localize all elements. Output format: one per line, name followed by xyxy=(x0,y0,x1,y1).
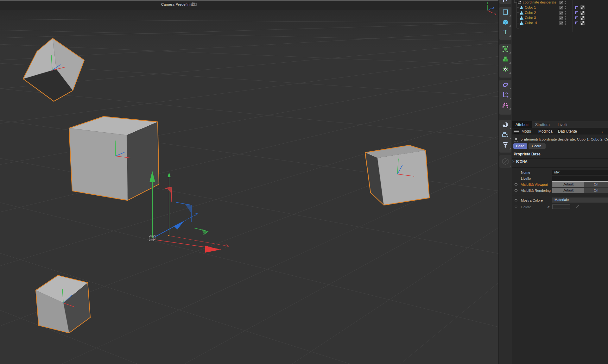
menu-icon[interactable] xyxy=(514,130,519,133)
symmetry-icon[interactable] xyxy=(499,100,511,110)
array-generator-icon[interactable] xyxy=(499,54,511,64)
vis-rendering-label: Visibilità Rendering xyxy=(521,189,551,192)
deformer-torus-icon[interactable] xyxy=(499,80,511,90)
tab-livelli[interactable]: Livelli xyxy=(554,121,571,128)
on-button[interactable]: On xyxy=(584,182,608,187)
display-tag[interactable] xyxy=(580,11,585,15)
visibility-dots[interactable] xyxy=(565,6,566,9)
display-tag[interactable] xyxy=(580,21,585,25)
attribute-menu-bar: Modo Modifica Dati Utente ← xyxy=(512,128,608,135)
pyramid-icon xyxy=(519,16,524,20)
spline-rectangle-icon[interactable] xyxy=(499,7,511,17)
menu-dati-utente[interactable]: Dati Utente xyxy=(558,128,577,135)
color-swatch[interactable] xyxy=(552,204,570,209)
application-window: Camera Predefinita xyxy=(0,0,608,364)
keyframe-diamond-icon[interactable] xyxy=(515,189,518,192)
gizmo-z-handle xyxy=(174,221,184,229)
nome-input[interactable]: Mix xyxy=(552,170,608,175)
jump-arrow-icon[interactable] xyxy=(499,0,511,4)
axis-y-label: Y xyxy=(486,1,488,4)
phong-tag[interactable] xyxy=(574,16,579,20)
gizmo-plane-xz xyxy=(201,229,208,234)
pyramid-icon xyxy=(519,21,524,25)
object-name[interactable]: Cubo 4 xyxy=(525,21,537,25)
edit-toggle-icon[interactable] xyxy=(559,11,563,15)
phong-tag[interactable] xyxy=(574,5,579,9)
selection-info-row: 5 Elementi [coordinate desiderate, Cubo … xyxy=(514,137,608,142)
back-arrow-icon[interactable]: ← xyxy=(601,128,605,135)
object-name[interactable]: Cubo 2 xyxy=(525,11,536,15)
livello-input[interactable] xyxy=(552,176,608,181)
phong-tag[interactable] xyxy=(574,11,579,15)
cube-object-4[interactable] xyxy=(36,275,90,333)
keyframe-diamond-icon xyxy=(515,205,518,209)
tree-item-coordinate-desiderate[interactable]: coordinate desiderate xyxy=(512,0,608,5)
group-icona[interactable]: > ICONA xyxy=(516,160,527,163)
tree-item-cubo-4[interactable]: Cubo 4 xyxy=(512,21,608,26)
coord-tab-button[interactable]: Coord. xyxy=(529,143,546,149)
vis-viewport-control[interactable]: Default On xyxy=(552,182,608,187)
nome-label: Nome xyxy=(521,171,530,174)
edit-toggle-icon[interactable] xyxy=(559,16,563,20)
object-manager[interactable]: coordinate desiderate Cubo 1 Cubo 2 xyxy=(512,0,608,121)
display-tag[interactable] xyxy=(580,5,585,9)
svg-text:T: T xyxy=(504,29,507,35)
vis-rendering-control[interactable]: Default On xyxy=(552,188,608,193)
base-tab-button[interactable]: Base xyxy=(513,143,527,149)
tree-item-cubo-3[interactable]: Cubo 3 xyxy=(512,16,608,21)
attr-row-mostra-colore: Mostra Colore Materiale xyxy=(512,198,608,203)
edit-toggle-icon[interactable] xyxy=(559,21,563,25)
mostra-colore-dropdown[interactable]: Materiale xyxy=(552,198,608,203)
material-edit-icon[interactable] xyxy=(499,155,511,168)
cube-object-3[interactable] xyxy=(365,145,429,205)
expand-chevron-icon[interactable]: > xyxy=(548,205,549,209)
cube-object-2[interactable] xyxy=(69,116,159,200)
object-name[interactable]: coordinate desiderate xyxy=(523,0,556,4)
on-button[interactable]: On xyxy=(584,188,608,193)
display-tag[interactable] xyxy=(580,16,585,20)
default-button[interactable]: Default xyxy=(552,182,584,187)
light-icon[interactable] xyxy=(499,140,511,150)
camera-icon[interactable] xyxy=(499,130,511,140)
null-axis-icon xyxy=(517,0,522,5)
visibility-dots[interactable] xyxy=(565,16,566,20)
section-title: Proprietà Base xyxy=(514,152,541,156)
phong-tag[interactable] xyxy=(574,21,579,25)
visibility-dots[interactable] xyxy=(565,1,566,4)
tree-item-cubo-2[interactable]: Cubo 2 xyxy=(512,10,608,16)
menu-modo[interactable]: Modo xyxy=(522,128,531,135)
simulation-gear-icon[interactable] xyxy=(499,64,511,74)
default-button[interactable]: Default xyxy=(552,188,584,193)
tab-struttura[interactable]: Struttura xyxy=(531,121,554,128)
menu-modifica[interactable]: Modifica xyxy=(538,128,553,135)
subdivision-surface-icon[interactable] xyxy=(499,44,511,54)
world-axis-indicator: Y Z X xyxy=(486,1,496,16)
attr-row-colore: Colore > xyxy=(512,204,608,210)
environment-sphere-icon[interactable] xyxy=(499,120,511,130)
3d-viewport[interactable]: Camera Predefinita xyxy=(0,0,498,364)
visibility-dots[interactable] xyxy=(565,11,566,15)
object-name[interactable]: Cubo 1 xyxy=(525,5,536,9)
keyframe-diamond-icon[interactable] xyxy=(515,183,518,186)
edit-toggle-icon[interactable] xyxy=(559,6,563,9)
selection-info-text: 5 Elementi [coordinate desiderate, Cubo … xyxy=(521,137,608,141)
attr-row-nome: Nome Mix xyxy=(512,170,608,175)
livello-label: Livello xyxy=(521,177,531,180)
visibility-dots[interactable] xyxy=(565,21,566,25)
pyramid-icon xyxy=(519,5,524,10)
chevron-right-icon[interactable]: > xyxy=(512,160,514,163)
tab-attributi[interactable]: Attributi xyxy=(512,121,532,128)
eyedropper-icon[interactable] xyxy=(575,204,580,209)
motext-icon[interactable]: T xyxy=(499,27,511,37)
divider xyxy=(512,167,608,168)
edit-toggle-icon[interactable] xyxy=(559,1,563,4)
nome-value: Mix xyxy=(554,170,560,174)
divider xyxy=(512,196,608,196)
move-gizmo[interactable] xyxy=(149,171,229,253)
object-name[interactable]: Cubo 3 xyxy=(525,16,536,20)
workplane-axis-icon[interactable] xyxy=(499,90,511,100)
viewport-canvas[interactable]: Y Z X xyxy=(0,0,498,364)
tree-item-cubo-1[interactable]: Cubo 1 xyxy=(512,5,608,10)
keyframe-diamond-icon[interactable] xyxy=(515,199,518,202)
cube-primitive-icon[interactable] xyxy=(499,17,511,27)
